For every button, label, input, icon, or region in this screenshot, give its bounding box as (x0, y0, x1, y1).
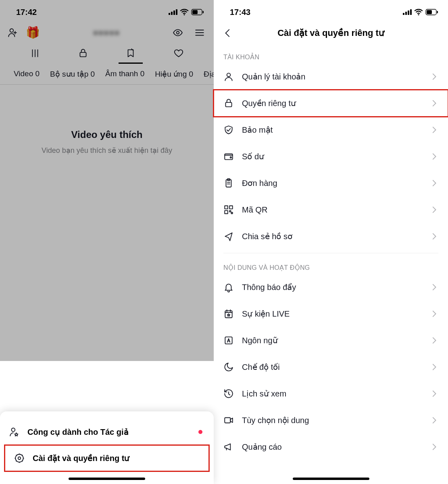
cellular-icon (403, 9, 412, 15)
subtab-sound[interactable]: Âm thanh 0 (105, 69, 144, 79)
page-title: Cài đặt và quyền riêng tư (277, 28, 384, 38)
row-content-preferences[interactable]: Tùy chọn nội dung (214, 407, 448, 434)
tab-private[interactable] (71, 48, 95, 64)
back-button[interactable] (223, 28, 233, 38)
row-qr[interactable]: Mã QR (214, 196, 448, 223)
row-dark-mode[interactable]: Chế độ tối (214, 354, 448, 380)
status-bar: 17:42 (0, 0, 214, 20)
gear-outline-icon (14, 453, 25, 463)
row-push-notifications[interactable]: Thông báo đẩy (214, 274, 448, 300)
subtab-collection[interactable]: Bộ sưu tập 0 (50, 69, 95, 79)
shield-icon (223, 125, 234, 135)
row-balance[interactable]: Số dư (214, 143, 448, 170)
add-friend-icon[interactable] (7, 27, 18, 38)
tab-bookmark[interactable] (119, 48, 143, 64)
row-privacy[interactable]: Quyền riêng tư (214, 90, 448, 117)
empty-state: Video yêu thích Video bạn yêu thích sẽ x… (0, 129, 214, 155)
lock-icon (223, 98, 234, 108)
row-label: Bảo mật (242, 125, 421, 135)
chevron-right-icon (429, 152, 438, 161)
row-label: Ngôn ngữ (242, 336, 421, 345)
row-watch-history[interactable]: Lịch sử xem (214, 380, 448, 407)
svg-rect-3 (176, 9, 177, 15)
svg-rect-29 (225, 102, 231, 107)
chevron-right-icon (429, 283, 438, 292)
wallet-icon (223, 151, 234, 162)
wifi-icon (414, 9, 423, 15)
svg-point-31 (230, 157, 231, 158)
svg-point-4 (184, 14, 185, 15)
svg-rect-7 (203, 11, 204, 13)
profile-tabs (0, 43, 214, 64)
svg-rect-23 (410, 9, 412, 15)
tab-grid[interactable] (23, 48, 47, 64)
letter-a-icon (223, 335, 234, 346)
row-label: Lịch sử xem (242, 389, 421, 398)
status-time: 17:42 (16, 8, 37, 17)
person-star-icon (9, 427, 19, 437)
svg-rect-1 (171, 12, 173, 15)
chevron-right-icon (429, 72, 438, 81)
chevron-right-icon (429, 336, 438, 345)
sheet-creator-tools[interactable]: Công cụ dành cho Tác giả (0, 419, 214, 444)
hamburger-icon[interactable] (194, 27, 205, 38)
section-title-account: TÀI KHOẢN (214, 46, 448, 63)
svg-rect-38 (225, 211, 228, 214)
row-label: Quản lý tài khoản (242, 72, 421, 81)
row-language[interactable]: Ngôn ngữ (214, 327, 448, 354)
row-manage-account[interactable]: Quản lý tài khoản (214, 63, 448, 90)
history-icon (223, 388, 234, 399)
eye-icon[interactable] (173, 27, 183, 38)
tab-liked[interactable] (167, 48, 191, 64)
svg-rect-0 (169, 13, 170, 15)
subtab-effect[interactable]: Hiệu ứng 0 (155, 69, 193, 79)
qr-icon (223, 204, 234, 215)
profile-header: 🎁 ●●●●● (0, 20, 214, 43)
moon-icon (223, 362, 234, 372)
profile-username[interactable]: ●●●●● (93, 27, 119, 38)
empty-body: Video bạn yêu thích sẽ xuất hiện tại đây (0, 146, 214, 155)
row-label: Đơn hàng (242, 178, 421, 188)
chevron-right-icon (429, 363, 438, 371)
bookmark-icon (125, 48, 136, 58)
clipboard-icon (223, 178, 234, 188)
subtab-video[interactable]: Video 0 (14, 69, 40, 79)
menu-sheet: Công cụ dành cho Tác giả Cài đặt và quyề… (0, 411, 214, 484)
row-security[interactable]: Bảo mật (214, 117, 448, 143)
video-icon (223, 415, 234, 426)
settings-header: Cài đặt và quyền riêng tư (214, 20, 448, 46)
row-ads[interactable]: Quảng cáo (214, 434, 448, 460)
row-label: Sự kiện LIVE (242, 309, 421, 319)
sheet-creator-label: Công cụ dành cho Tác giả (27, 427, 129, 437)
chevron-right-icon (429, 442, 438, 451)
wifi-icon (180, 9, 189, 15)
row-label: Chế độ tối (242, 362, 421, 372)
row-label: Mã QR (242, 205, 421, 215)
notification-dot (198, 430, 202, 434)
svg-rect-46 (225, 418, 230, 423)
subtab-place[interactable]: Địa (204, 69, 214, 79)
lock-icon (78, 48, 88, 58)
svg-rect-36 (225, 206, 228, 209)
chevron-right-icon (429, 232, 438, 241)
bell-icon (223, 282, 234, 292)
row-live-events[interactable]: Sự kiện LIVE (214, 300, 448, 327)
row-share-profile[interactable]: Chia sẻ hồ sơ (214, 223, 448, 250)
empty-title: Video yêu thích (0, 129, 214, 140)
grid-icon (30, 48, 40, 58)
svg-rect-6 (192, 10, 198, 14)
row-label: Chia sẻ hồ sơ (242, 232, 421, 241)
status-icons (169, 9, 204, 15)
svg-point-8 (10, 29, 14, 32)
row-orders[interactable]: Đơn hàng (214, 170, 448, 196)
chevron-right-icon (429, 205, 438, 214)
svg-rect-45 (225, 337, 232, 344)
section-title-content: NỘI DUNG VÀ HOẠT ĐỘNG (214, 257, 448, 274)
gift-icon[interactable]: 🎁 (26, 26, 40, 39)
svg-rect-2 (173, 10, 175, 15)
chevron-right-icon (429, 309, 438, 318)
svg-rect-26 (427, 10, 432, 14)
sheet-settings[interactable]: Cài đặt và quyền riêng tư (4, 444, 210, 472)
status-icons (403, 9, 438, 15)
heart-icon (173, 48, 184, 58)
